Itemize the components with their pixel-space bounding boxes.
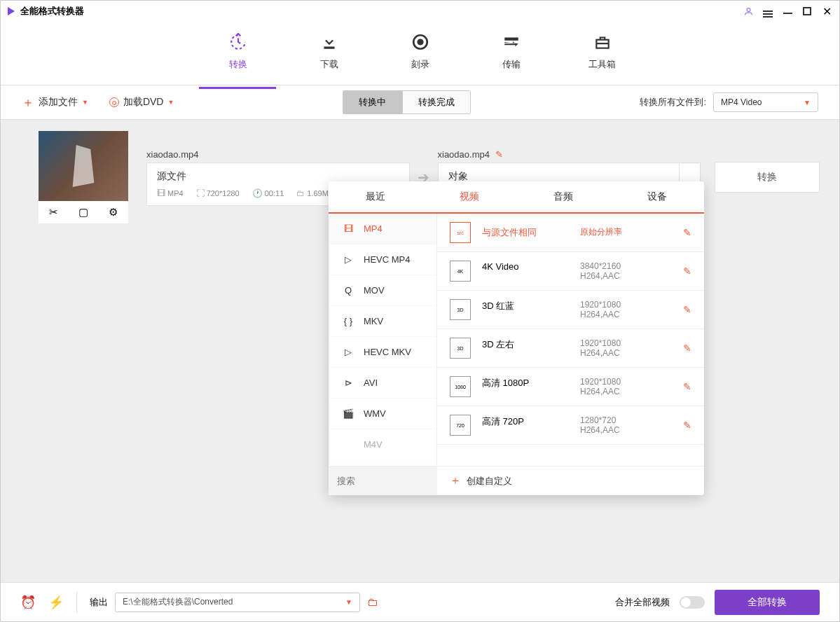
- hevc-icon: ▷: [341, 254, 355, 265]
- merge-label: 合并全部视频: [615, 596, 670, 609]
- video-thumbnail[interactable]: [39, 131, 128, 201]
- svg-point-0: [747, 8, 750, 11]
- format-item-mp4[interactable]: 🎞MP4: [329, 214, 436, 244]
- picker-tab-recent[interactable]: 最近: [329, 181, 422, 212]
- transfer-icon: [501, 32, 522, 53]
- titlebar: 全能格式转换器 ✕: [1, 1, 839, 22]
- format-list[interactable]: 🎞MP4 ▷HEVC MP4 QMOV { }MKV ▷HEVC MKV ⊳AV…: [329, 214, 437, 466]
- 720p-preset-icon: 720: [450, 415, 471, 436]
- tab-transfer[interactable]: 传输: [490, 32, 532, 75]
- preset-item-4k[interactable]: 4K 4K Video3840*2160H264,AAC ✎: [437, 252, 704, 291]
- edit-preset-icon[interactable]: ✎: [683, 381, 691, 392]
- open-folder-icon[interactable]: 🗀: [367, 596, 378, 609]
- edit-preset-icon[interactable]: ✎: [683, 343, 691, 354]
- format-item-wmv[interactable]: 🎬WMV: [329, 399, 436, 429]
- 3d-lr-preset-icon: 3D: [450, 338, 471, 359]
- tab-toolbox[interactable]: 工具箱: [581, 32, 624, 75]
- target-filename: xiaodao.mp4: [438, 149, 490, 160]
- gpu-accel-icon[interactable]: ⚡: [48, 595, 64, 610]
- edit-preset-icon[interactable]: ✎: [683, 304, 691, 315]
- add-file-label: 添加文件: [39, 96, 78, 109]
- trim-icon[interactable]: ✂: [49, 206, 58, 219]
- format-item-m4v[interactable]: M4V: [329, 429, 436, 460]
- source-card-title: 源文件: [157, 170, 399, 183]
- user-icon[interactable]: [743, 6, 754, 17]
- segment-converting[interactable]: 转换中: [343, 90, 402, 114]
- convert-all-button[interactable]: 全部转换: [715, 590, 820, 615]
- preset-item-3d-lr[interactable]: 3D 3D 左右1920*1080H264,AAC ✎: [437, 329, 704, 368]
- tab-convert-label: 转换: [229, 58, 247, 71]
- edit-preset-icon[interactable]: ✎: [683, 265, 691, 277]
- edit-preset-icon[interactable]: ✎: [683, 227, 691, 238]
- source-format: MP4: [167, 189, 184, 198]
- schedule-icon[interactable]: ⏰: [20, 595, 36, 610]
- status-segment: 转换中 转换完成: [343, 90, 471, 114]
- film-icon: 🎞: [157, 188, 165, 198]
- effects-icon[interactable]: ⚙: [109, 206, 118, 219]
- preset-item-1080p[interactable]: 1080 高清 1080P1920*1080H264,AAC ✎: [437, 368, 704, 406]
- load-dvd-label: 加载DVD: [123, 96, 164, 109]
- preset-list[interactable]: src 与源文件相同原始分辨率 ✎ 4K 4K Video3840*2160H2…: [437, 214, 704, 466]
- 1080p-preset-icon: 1080: [450, 376, 471, 397]
- load-dvd-button[interactable]: 加载DVD ▼: [109, 96, 174, 109]
- maximize-icon[interactable]: [801, 6, 813, 17]
- edit-preset-icon[interactable]: ✎: [683, 420, 691, 431]
- tab-burn[interactable]: 刻录: [399, 32, 441, 75]
- format-item-mkv[interactable]: { }MKV: [329, 306, 436, 337]
- segment-converted[interactable]: 转换完成: [402, 90, 471, 114]
- crop-icon[interactable]: ▢: [78, 206, 88, 219]
- search-input[interactable]: [329, 466, 437, 495]
- burn-icon: [410, 32, 431, 53]
- preset-item-3d-rb[interactable]: 3D 3D 红蓝1920*1080H264,AAC ✎: [437, 291, 704, 329]
- output-label: 输出: [90, 596, 108, 609]
- source-preset-icon: src: [450, 222, 471, 243]
- convert-all-to-label: 转换所有文件到:: [640, 96, 706, 109]
- picker-tab-video[interactable]: 视频: [422, 181, 516, 212]
- 3d-rb-preset-icon: 3D: [450, 299, 471, 320]
- app-logo-icon: [8, 7, 15, 15]
- svg-rect-4: [504, 38, 518, 41]
- minimize-icon[interactable]: [782, 6, 793, 17]
- caret-down-icon: ▼: [345, 598, 352, 606]
- content-area: ✂ ▢ ⚙ xiaodao.mp4 源文件 🎞MP4 ⛶720*1280: [1, 120, 839, 582]
- thumb-tools: ✂ ▢ ⚙: [39, 201, 128, 223]
- format-picker: 最近 视频 音频 设备 🎞MP4 ▷HEVC MP4 QMOV { }MKV ▷…: [329, 181, 704, 495]
- tab-burn-label: 刻录: [411, 58, 429, 71]
- preset-item-source[interactable]: src 与源文件相同原始分辨率 ✎: [437, 214, 704, 252]
- format-item-hevc-mp4[interactable]: ▷HEVC MP4: [329, 244, 436, 275]
- picker-tab-audio[interactable]: 音频: [516, 181, 610, 212]
- close-icon[interactable]: ✕: [821, 6, 832, 17]
- convert-button[interactable]: 转换: [715, 162, 820, 193]
- merge-toggle[interactable]: [680, 596, 705, 609]
- format-item-avi[interactable]: ⊳AVI: [329, 368, 436, 399]
- dvd-icon: [109, 97, 119, 107]
- picker-tab-device[interactable]: 设备: [610, 181, 704, 212]
- main-tabs: 转换 下载 刻录 传输 工具箱: [1, 22, 839, 85]
- format-item-mov[interactable]: QMOV: [329, 275, 436, 306]
- menu-icon[interactable]: [762, 6, 773, 17]
- create-custom-button[interactable]: ＋ 创建自定义: [437, 466, 704, 495]
- preset-item-720p[interactable]: 720 高清 720P1280*720H264,AAC ✎: [437, 406, 704, 445]
- format-item-hevc-mkv[interactable]: ▷HEVC MKV: [329, 337, 436, 368]
- source-filename: xiaodao.mp4: [146, 149, 198, 160]
- convert-icon: [228, 32, 249, 53]
- output-path-select[interactable]: E:\全能格式转换器\Converted ▼: [115, 593, 360, 612]
- svg-point-3: [418, 40, 422, 45]
- target-card-title: 对象: [448, 170, 670, 183]
- toolbar: ＋ 添加文件 ▼ 加载DVD ▼ 转换中 转换完成 转换所有文件到: MP4 V…: [1, 85, 839, 120]
- app-title: 全能格式转换器: [20, 5, 84, 18]
- caret-down-icon: ▼: [804, 99, 811, 106]
- tab-convert[interactable]: 转换: [217, 32, 259, 75]
- caret-down-icon: ▼: [82, 99, 88, 106]
- tab-toolbox-label: 工具箱: [588, 58, 616, 71]
- add-file-button[interactable]: ＋ 添加文件 ▼: [22, 94, 88, 111]
- output-format-select[interactable]: MP4 Video ▼: [713, 92, 818, 112]
- edit-filename-icon[interactable]: ✎: [495, 149, 503, 160]
- hevc-icon: ▷: [341, 347, 355, 357]
- app-window: 全能格式转换器 ✕ 转换 下载: [0, 0, 840, 622]
- tab-download[interactable]: 下载: [308, 32, 350, 75]
- tab-download-label: 下载: [320, 58, 338, 71]
- output-path-value: E:\全能格式转换器\Converted: [123, 596, 233, 608]
- mkv-icon: { }: [341, 316, 355, 326]
- folder-icon: 🗀: [296, 188, 305, 198]
